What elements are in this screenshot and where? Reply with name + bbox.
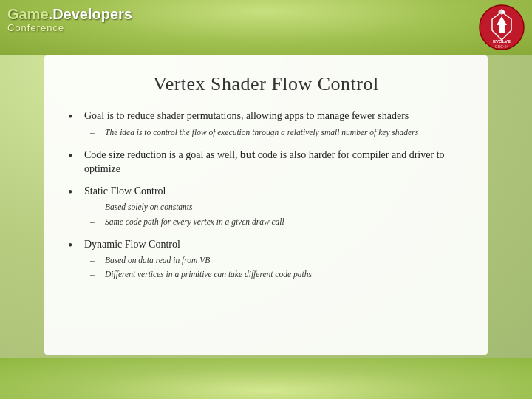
- sub-dash: –: [90, 268, 102, 280]
- bullet-dot-4: •: [68, 237, 81, 254]
- sub-text-4-1: Based on data read in from VB: [105, 254, 210, 266]
- sub-list-4: – Based on data read in from VB – Differ…: [90, 254, 312, 280]
- bullet-item-1: • Goal is to reduce shader permutations,…: [68, 109, 464, 140]
- sub-text-1-1: The idea is to control the flow of execu…: [105, 126, 418, 138]
- sub-text-4-2: Different vertices in a primitive can ta…: [105, 268, 312, 280]
- svg-text:EVOLVE: EVOLVE: [493, 39, 511, 44]
- bullet-dot-3: •: [68, 184, 81, 201]
- sub-dash: –: [90, 216, 102, 228]
- logo-conference: Conference: [7, 22, 132, 33]
- sub-item-4-1: – Based on data read in from VB: [90, 254, 312, 266]
- logo: Game . Developers Conference: [7, 6, 132, 33]
- sub-item-4-2: – Different vertices in a primitive can …: [90, 268, 312, 280]
- sub-text-3-1: Based solely on constants: [105, 201, 193, 213]
- bottom-banner: [0, 358, 532, 399]
- bullet-text-4: Dynamic Flow Control – Based on data rea…: [84, 237, 312, 283]
- sub-item-3-2: – Same code path for every vertex in a g…: [90, 216, 284, 228]
- logo-developers: Developers: [52, 6, 132, 22]
- svg-text:GDC•04: GDC•04: [495, 44, 509, 49]
- bullet-1-text: Goal is to reduce shader permutations, a…: [84, 110, 409, 121]
- sub-item-3-1: – Based solely on constants: [90, 201, 284, 213]
- logo-game: Game: [7, 6, 49, 22]
- bullet-list: • Goal is to reduce shader permutations,…: [68, 109, 464, 282]
- bullet-item-3: • Static Flow Control – Based solely on …: [68, 184, 464, 230]
- sub-dash: –: [90, 254, 102, 266]
- bullet-dot-2: •: [68, 148, 81, 165]
- bullet-text-3: Static Flow Control – Based solely on co…: [84, 184, 284, 230]
- bullet-dot-1: •: [68, 109, 81, 126]
- slide-title: Vertex Shader Flow Control: [68, 73, 464, 95]
- bullet-3-text: Static Flow Control: [84, 185, 166, 197]
- sub-item-1-1: – The idea is to control the flow of exe…: [90, 126, 418, 138]
- bullet-text-1: Goal is to reduce shader permutations, a…: [84, 109, 418, 140]
- evolve-badge: EVOLVE GDC•04: [479, 4, 525, 50]
- bullet-text-2: Code size reduction is a goal as well, b…: [84, 148, 464, 177]
- bullet-item-2: • Code size reduction is a goal as well,…: [68, 148, 464, 177]
- bullet-item-4: • Dynamic Flow Control – Based on data r…: [68, 237, 464, 283]
- sub-dash: –: [90, 126, 102, 138]
- content-panel: Vertex Shader Flow Control • Goal is to …: [44, 55, 488, 355]
- bullet-4-text: Dynamic Flow Control: [84, 239, 180, 250]
- sub-list-1: – The idea is to control the flow of exe…: [90, 126, 418, 138]
- sub-list-3: – Based solely on constants – Same code …: [90, 201, 284, 227]
- sub-dash: –: [90, 201, 102, 213]
- svg-rect-5: [499, 25, 505, 33]
- sub-text-3-2: Same code path for every vertex in a giv…: [105, 216, 284, 228]
